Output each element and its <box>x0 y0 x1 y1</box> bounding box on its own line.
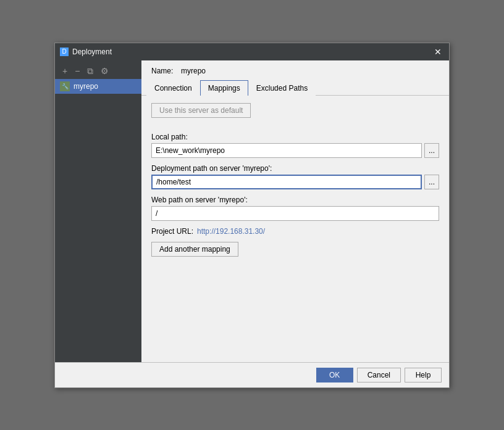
web-path-label: Web path on server 'myrepo': <box>151 196 439 204</box>
sidebar-item-label: myrepo <box>74 82 98 91</box>
local-path-label: Local path: <box>151 133 439 141</box>
tabs-row: Connection Mappings Excluded Paths <box>141 80 449 96</box>
deployment-path-browse-button[interactable]: ... <box>424 175 439 189</box>
local-path-browse-button[interactable]: ... <box>424 143 439 158</box>
web-path-group: Web path on server 'myrepo': <box>151 196 439 221</box>
deployment-path-group: Deployment path on server 'myrepo': ... <box>151 164 439 189</box>
use-server-default-button[interactable]: Use this server as default <box>151 103 251 118</box>
config-server-button[interactable]: ⚙ <box>98 65 111 76</box>
local-path-row: ... <box>151 143 439 158</box>
local-path-input[interactable] <box>151 143 422 158</box>
copy-server-button[interactable]: ⧉ <box>85 65 96 76</box>
name-row: Name: myrepo <box>141 60 449 80</box>
project-url-link[interactable]: http://192.168.31.30/ <box>197 227 265 236</box>
sidebar-toolbar: + − ⧉ ⚙ <box>55 63 141 79</box>
project-url-row: Project URL: http://192.168.31.30/ <box>151 227 439 236</box>
local-path-group: Local path: ... <box>151 133 439 158</box>
name-value: myrepo <box>181 67 206 75</box>
sidebar-item-myrepo[interactable]: 🔧 myrepo <box>55 79 141 94</box>
dialog-footer: OK Cancel Help <box>55 362 449 387</box>
cancel-button[interactable]: Cancel <box>357 368 401 382</box>
help-button[interactable]: Help <box>405 368 442 382</box>
add-mapping-button[interactable]: Add another mapping <box>151 242 238 257</box>
ok-button[interactable]: OK <box>316 368 353 382</box>
project-url-label: Project URL: <box>151 227 193 236</box>
main-content: Name: myrepo Connection Mappings Exclude… <box>141 60 449 362</box>
dialog-icon: D <box>60 48 69 56</box>
deployment-path-row: ... <box>151 175 439 189</box>
tab-content-mappings: Use this server as default Local path: .… <box>141 96 449 362</box>
use-server-row: Use this server as default <box>151 103 439 125</box>
sidebar: + − ⧉ ⚙ 🔧 myrepo <box>55 60 141 362</box>
title-bar: D Deployment ✕ <box>55 43 449 60</box>
tab-mappings[interactable]: Mappings <box>200 80 248 96</box>
title-bar-left: D Deployment <box>60 48 112 56</box>
tab-excluded-paths[interactable]: Excluded Paths <box>248 80 316 96</box>
server-icon: 🔧 <box>60 81 70 91</box>
deployment-path-input[interactable] <box>151 175 422 189</box>
name-label: Name: <box>151 67 176 75</box>
close-button[interactable]: ✕ <box>432 48 444 56</box>
deployment-dialog: D Deployment ✕ + − ⧉ ⚙ 🔧 myrepo Name: my… <box>54 43 450 388</box>
remove-server-button[interactable]: − <box>72 65 82 76</box>
web-path-row <box>151 206 439 221</box>
add-server-button[interactable]: + <box>60 65 70 76</box>
web-path-input[interactable] <box>151 206 439 221</box>
deployment-path-label: Deployment path on server 'myrepo': <box>151 164 439 173</box>
dialog-body: + − ⧉ ⚙ 🔧 myrepo Name: myrepo Connection <box>55 60 449 362</box>
tab-connection[interactable]: Connection <box>146 80 200 96</box>
dialog-title: Deployment <box>72 48 112 56</box>
